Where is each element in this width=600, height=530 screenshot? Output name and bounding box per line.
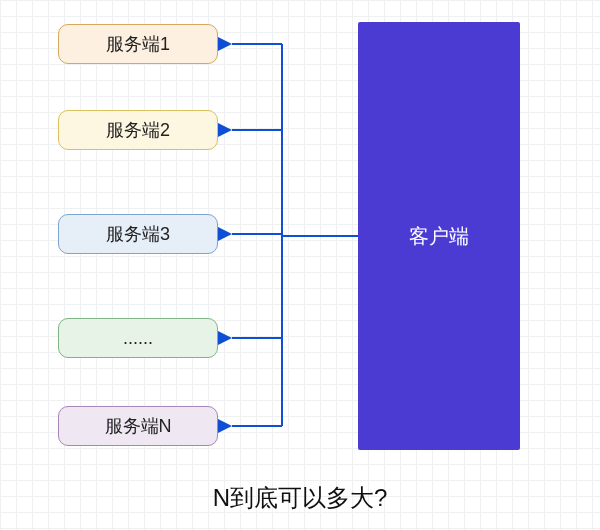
- server-label: ......: [123, 328, 153, 349]
- server-node-1: 服务端1: [58, 24, 218, 64]
- server-node-4: ......: [58, 318, 218, 358]
- server-label: 服务端1: [106, 32, 170, 56]
- server-node-5: 服务端N: [58, 406, 218, 446]
- client-node: 客户端: [358, 22, 520, 450]
- server-label: 服务端N: [105, 414, 172, 438]
- diagram-canvas: 服务端1服务端2服务端3......服务端N 客户端 N到底可以多大?: [0, 0, 600, 530]
- server-label: 服务端3: [106, 222, 170, 246]
- diagram-caption: N到底可以多大?: [0, 482, 600, 514]
- client-label: 客户端: [409, 223, 469, 250]
- server-node-2: 服务端2: [58, 110, 218, 150]
- server-node-3: 服务端3: [58, 214, 218, 254]
- server-label: 服务端2: [106, 118, 170, 142]
